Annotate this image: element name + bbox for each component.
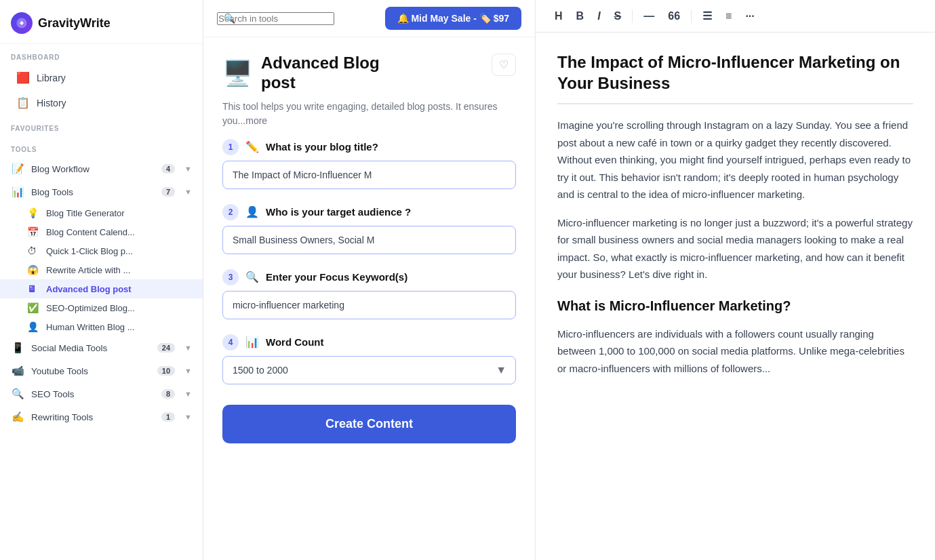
step-4-icon: 📊	[245, 336, 259, 348]
logo-icon	[11, 12, 33, 34]
toolbar-heading-button[interactable]: H	[549, 7, 568, 25]
blog-workflow-badge: 4	[161, 164, 175, 174]
sidebar-sub-blog-calendar-label: Blog Content Calend...	[46, 227, 135, 237]
social-media-icon: 📱	[11, 342, 24, 354]
blog-tools-badge: 7	[161, 187, 175, 197]
sidebar-item-youtube-label: Youtube Tools	[31, 366, 88, 376]
seo-badge: 8	[161, 389, 175, 399]
toolbar-divider-button[interactable]: —	[638, 7, 660, 25]
logo-area: GravityWrite	[0, 0, 203, 44]
form-area: 1 ✏️ What is your blog title? 2 👤 Who is…	[203, 139, 535, 560]
step-3-icon: 🔍	[245, 271, 259, 283]
sidebar-sub-blog-title-generator[interactable]: 💡 Blog Title Generator	[0, 203, 203, 222]
editor-divider	[557, 103, 913, 104]
blog-tools-chevron: ▼	[184, 188, 192, 196]
word-count-wrapper: 500 to 1000 1000 to 1500 1500 to 2000 20…	[222, 356, 516, 384]
sidebar-sub-quick-blog[interactable]: ⏱ Quick 1-Click Blog p...	[0, 241, 203, 260]
library-icon: 🟥	[16, 71, 30, 84]
step-2-title: Who is your target audience ?	[266, 206, 411, 218]
toolbar-divider-2	[691, 9, 692, 23]
editor-panel: H B I S — 66 ☰ ≡ ··· The Impact of Micro…	[536, 0, 935, 560]
search-icon: 🔍	[224, 13, 235, 24]
tools-section-label: TOOLS	[0, 136, 203, 157]
editor-heading: The Impact of Micro-Influencer Marketing…	[557, 52, 913, 94]
sidebar-item-blog-tools[interactable]: 📊 Blog Tools 7 ▼	[0, 181, 203, 203]
favourites-section-label: FAVOURITES	[0, 115, 203, 136]
sidebar-item-history[interactable]: 📋 History	[5, 91, 197, 115]
tool-header: 🖥️ Advanced Blogpost ♡ This tool helps y…	[203, 37, 535, 139]
form-step-1: 1 ✏️ What is your blog title?	[222, 139, 516, 189]
logo-text: GravityWrite	[38, 16, 111, 31]
word-count-select[interactable]: 500 to 1000 1000 to 1500 1500 to 2000 20…	[222, 356, 516, 384]
blog-tools-icon: 📊	[11, 186, 24, 198]
tool-title-row: 🖥️ Advanced Blogpost ♡	[222, 54, 516, 93]
step-2-label: 2 👤 Who is your target audience ?	[222, 204, 516, 220]
sidebar-sub-seo-blog-label: SEO-Optimized Blog...	[46, 303, 135, 313]
toolbar-quote-button[interactable]: 66	[662, 7, 685, 25]
sidebar-item-library[interactable]: 🟥 Library	[5, 66, 197, 89]
toolbar-ordered-list-button[interactable]: ≡	[720, 7, 737, 25]
sale-button[interactable]: 🔔 Mid May Sale - 🏷️ $97	[385, 7, 522, 30]
sidebar-item-seo-label: SEO Tools	[31, 389, 75, 399]
toolbar-italic-button[interactable]: I	[592, 7, 605, 25]
sidebar-item-rewriting[interactable]: ✍️ Rewriting Tools 1 ▼	[0, 406, 203, 428]
youtube-badge: 10	[157, 366, 175, 376]
focus-keyword-input[interactable]	[222, 291, 516, 319]
create-content-button[interactable]: Create Content	[222, 405, 516, 443]
more-link[interactable]: ...more	[238, 115, 268, 126]
favourite-button[interactable]: ♡	[492, 54, 516, 76]
sidebar-sub-seo-blog[interactable]: ✅ SEO-Optimized Blog...	[0, 298, 203, 317]
main-content-panel: 🔍 🔔 Mid May Sale - 🏷️ $97 🖥️ Advanced Bl…	[203, 0, 536, 560]
form-step-3: 3 🔍 Enter your Focus Keyword(s)	[222, 269, 516, 319]
toolbar-more-button[interactable]: ···	[740, 7, 759, 25]
editor-content: The Impact of Micro-Influencer Marketing…	[536, 33, 935, 560]
sidebar-sub-advanced-blog[interactable]: 🖥 Advanced Blog post	[0, 279, 203, 298]
step-2-number: 2	[222, 204, 239, 220]
editor-paragraph-2: Micro-influencer marketing is no longer …	[557, 214, 913, 283]
seo-chevron: ▼	[184, 390, 192, 398]
step-1-icon: ✏️	[245, 140, 259, 153]
sidebar-item-social-media-label: Social Media Tools	[31, 343, 107, 353]
target-audience-input[interactable]	[222, 226, 516, 254]
step-3-number: 3	[222, 269, 239, 285]
step-4-title: Word Count	[266, 336, 324, 348]
sidebar-item-library-label: Library	[37, 73, 66, 83]
social-media-chevron: ▼	[184, 344, 192, 352]
blog-title-input[interactable]	[222, 161, 516, 189]
editor-paragraph-1: Imagine you're scrolling through Instagr…	[557, 117, 913, 203]
sidebar-sub-human-blog[interactable]: 👤 Human Written Blog ...	[0, 317, 203, 336]
sidebar-sub-blog-title-label: Blog Title Generator	[46, 208, 125, 218]
step-2-icon: 👤	[245, 205, 259, 218]
step-4-label: 4 📊 Word Count	[222, 334, 516, 351]
social-media-badge: 24	[157, 343, 175, 353]
top-bar: 🔍 🔔 Mid May Sale - 🏷️ $97	[203, 0, 535, 37]
sidebar-sub-blog-content-calendar[interactable]: 📅 Blog Content Calend...	[0, 222, 203, 241]
dashboard-section-label: DASHBOARD	[0, 44, 203, 65]
rewriting-chevron: ▼	[184, 413, 192, 421]
youtube-icon: 📹	[11, 365, 24, 377]
form-step-2: 2 👤 Who is your target audience ?	[222, 204, 516, 254]
sidebar-item-seo[interactable]: 🔍 SEO Tools 8 ▼	[0, 383, 203, 405]
tool-title: Advanced Blogpost	[261, 54, 380, 93]
sidebar-sub-rewrite-article[interactable]: 😱 Rewrite Article with ...	[0, 260, 203, 279]
toolbar-bold-button[interactable]: B	[571, 7, 590, 25]
advanced-blog-icon: 🖥	[27, 283, 39, 294]
blog-calendar-icon: 📅	[27, 226, 39, 237]
sidebar-sub-quick-blog-label: Quick 1-Click Blog p...	[46, 246, 133, 256]
sidebar-item-youtube[interactable]: 📹 Youtube Tools 10 ▼	[0, 360, 203, 382]
search-wrapper: 🔍	[217, 12, 334, 25]
quick-blog-icon: ⏱	[27, 245, 39, 256]
toolbar-unordered-list-button[interactable]: ☰	[697, 7, 717, 25]
rewriting-icon: ✍️	[11, 411, 24, 423]
step-1-label: 1 ✏️ What is your blog title?	[222, 139, 516, 155]
seo-icon: 🔍	[11, 388, 24, 400]
sidebar-item-blog-workflow-label: Blog Workflow	[31, 164, 89, 174]
sidebar-item-history-label: History	[37, 98, 66, 108]
sidebar: GravityWrite DASHBOARD 🟥 Library 📋 Histo…	[0, 0, 203, 560]
toolbar-strikethrough-button[interactable]: S	[609, 7, 627, 25]
step-4-number: 4	[222, 334, 239, 351]
sidebar-item-blog-workflow[interactable]: 📝 Blog Workflow 4 ▼	[0, 158, 203, 180]
editor-toolbar: H B I S — 66 ☰ ≡ ···	[536, 0, 935, 33]
rewrite-icon: 😱	[27, 264, 39, 275]
sidebar-item-social-media[interactable]: 📱 Social Media Tools 24 ▼	[0, 337, 203, 359]
